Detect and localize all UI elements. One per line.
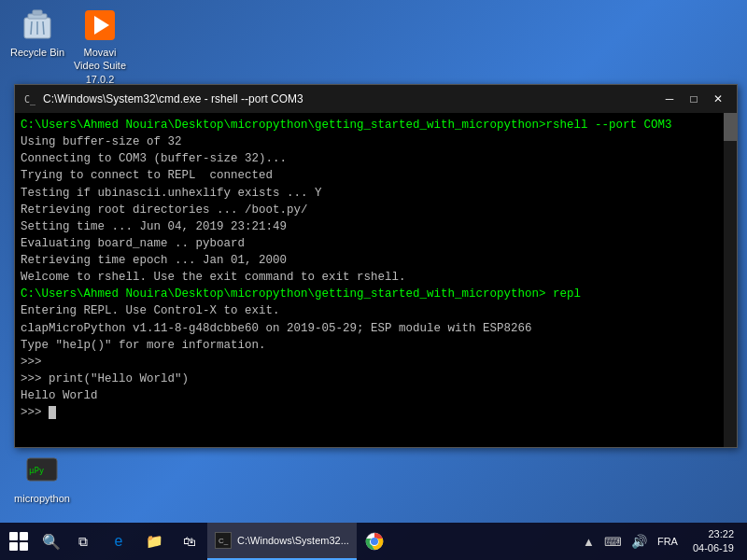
tray-language[interactable]: FRA (654, 536, 682, 547)
tray-time: 23:22 (693, 527, 734, 541)
cmd-line: Using buffer-size of 32 (21, 133, 731, 150)
cmd-line: Welcome to rshell. Use the exit command … (21, 269, 731, 286)
movavi-icon (83, 8, 117, 42)
cmd-taskbar-icon: C_ (215, 532, 232, 549)
svg-line-3 (31, 21, 32, 35)
cmd-line: Setting time ... Jun 04, 2019 23:21:49 (21, 218, 731, 235)
maximize-button[interactable]: □ (683, 89, 705, 109)
cmd-line: >>> print("Hello World") (21, 371, 731, 387)
svg-text:μPy: μPy (29, 466, 45, 475)
taskbar-cmd-item[interactable]: C_ C:\Windows\System32... (207, 523, 357, 560)
close-button[interactable]: ✕ (707, 89, 729, 109)
windows-logo-icon (9, 532, 28, 551)
svg-text:C_: C_ (24, 94, 36, 105)
cmd-line: Retrieving root directories ... /boot.py… (21, 202, 731, 218)
cmd-line: C:\Users\Ahmed Nouira\Desktop\micropytho… (21, 117, 731, 133)
task-view-icon: ⧉ (78, 534, 88, 550)
recycle-bin-label: Recycle Bin (10, 46, 64, 59)
chrome-button[interactable] (357, 523, 392, 560)
cmd-line: Entering REPL. Use Control-X to exit. (21, 302, 731, 319)
cmd-title-icon: C_ (22, 91, 37, 106)
cmd-line: Trying to connect to REPL connected (21, 167, 731, 184)
cmd-line: Evaluating board_name .. pyboard (21, 235, 731, 252)
svg-rect-2 (33, 10, 42, 15)
micropython-icon: μPy (25, 455, 59, 488)
file-explorer-icon: 📁 (146, 533, 163, 550)
cmd-window: C_ C:\Windows\System32\cmd.exe - rshell … (14, 84, 738, 448)
store-button[interactable]: 🛍 (172, 523, 207, 560)
tray-date: 04-06-19 (693, 541, 734, 555)
cmd-body[interactable]: C:\Users\Ahmed Nouira\Desktop\micropytho… (15, 113, 737, 447)
cmd-line: Hello World (21, 387, 731, 404)
tray-volume-icon[interactable]: 🔊 (628, 534, 650, 549)
search-icon: 🔍 (42, 533, 61, 551)
tray-keyboard-icon[interactable]: ⌨ (601, 535, 625, 549)
desktop-icon-movavi[interactable]: Movavi Video Suite 17.0.2 (67, 5, 133, 90)
cmd-cursor (49, 406, 56, 419)
cmd-scrollbar[interactable] (724, 113, 737, 447)
cmd-line: >>> (21, 354, 731, 371)
movavi-label: Movavi Video Suite 17.0.2 (71, 46, 129, 86)
task-view-button[interactable]: ⧉ (65, 523, 101, 560)
svg-line-5 (43, 21, 44, 35)
chrome-icon (365, 532, 384, 551)
cmd-controls: ─ □ ✕ (658, 89, 729, 109)
tray-expand-icon[interactable]: ▲ (580, 535, 598, 549)
desktop-icon-micropython[interactable]: μPy micropython (9, 451, 75, 509)
edge-icon: e (115, 533, 123, 550)
system-tray: ▲ ⌨ 🔊 FRA 23:22 04-06-19 (574, 527, 747, 556)
cmd-line: Retrieving time epoch ... Jan 01, 2000 (21, 252, 731, 269)
taskbar: 🔍 ⧉ e 📁 🛍 C_ C:\Windows\System32... (0, 523, 747, 560)
tray-clock[interactable]: 23:22 04-06-19 (685, 527, 741, 556)
cmd-title-text: C:\Windows\System32\cmd.exe - rshell --p… (43, 92, 658, 105)
minimize-button[interactable]: ─ (658, 89, 681, 109)
recycle-bin-icon (21, 8, 54, 42)
cmd-line: >>> (21, 404, 731, 421)
cmd-scrollbar-thumb[interactable] (724, 113, 737, 141)
micropython-label: micropython (14, 492, 70, 505)
cmd-line: Connecting to COM3 (buffer-size 32)... (21, 150, 731, 167)
search-button[interactable]: 🔍 (37, 523, 65, 560)
desktop-icon-recycle-bin[interactable]: Recycle Bin (5, 5, 70, 63)
cmd-line: Testing if ubinascii.unhexlify exists ..… (21, 185, 731, 202)
cmd-line: C:\Users\Ahmed Nouira\Desktop\micropytho… (21, 286, 731, 302)
cmd-line: clapMicroPython v1.11-8-g48dcbbe60 on 20… (21, 320, 731, 337)
desktop: Recycle Bin Movavi Video Suite 17.0.2 C_… (0, 0, 747, 560)
svg-point-13 (371, 538, 378, 545)
edge-button[interactable]: e (101, 523, 136, 560)
file-explorer-button[interactable]: 📁 (136, 523, 172, 560)
taskbar-cmd-label: C:\Windows\System32... (237, 535, 349, 546)
cmd-titlebar: C_ C:\Windows\System32\cmd.exe - rshell … (15, 85, 737, 113)
store-icon: 🛍 (183, 534, 196, 549)
start-button[interactable] (0, 523, 37, 560)
cmd-line: Type "help()" for more information. (21, 337, 731, 354)
